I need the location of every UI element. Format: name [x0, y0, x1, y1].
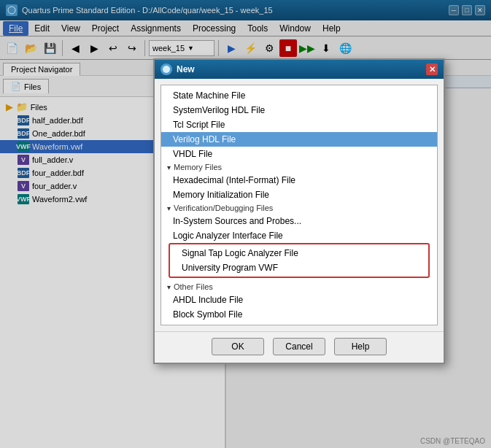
dialog-title: New — [177, 64, 426, 74]
section-other-arrow-icon: ▾ — [167, 283, 171, 291]
section-arrow-icon: ▾ — [167, 163, 171, 171]
list-item-signal-tap[interactable]: Signal Tap Logic Analyzer File — [170, 246, 428, 260]
list-item-ahdl[interactable]: AHDL Include File — [161, 293, 437, 307]
list-item-vhdl[interactable]: VHDL File — [161, 147, 437, 161]
dialog-list: State Machine File SystemVerilog HDL Fil… — [161, 85, 438, 325]
list-item-in-system[interactable]: In-System Sources and Probes... — [161, 214, 437, 228]
cancel-button[interactable]: Cancel — [273, 338, 325, 355]
ok-button[interactable]: OK — [212, 338, 264, 355]
list-item-verilog-hdl[interactable]: Verilog HDL File — [161, 132, 437, 147]
section-memory-files: ▾ Memory Files — [161, 161, 437, 173]
help-button[interactable]: Help — [334, 338, 387, 355]
dialog-title-bar: New ✕ — [155, 60, 444, 79]
dialog-buttons: OK Cancel Help — [155, 331, 444, 363]
list-item-university-vwf[interactable]: University Program VWF — [170, 260, 428, 275]
list-item-tcl[interactable]: Tcl Script File — [161, 117, 437, 132]
list-item-memory-init[interactable]: Memory Initialization File — [161, 188, 437, 202]
list-item-state-machine[interactable]: State Machine File — [161, 88, 437, 103]
section-other-files-label: Other Files — [174, 282, 213, 291]
section-verification: ▾ Verification/Debugging Files — [161, 202, 437, 214]
dialog-close-btn[interactable]: ✕ — [426, 63, 438, 75]
svg-point-1 — [163, 66, 170, 73]
dialog-body: State Machine File SystemVerilog HDL Fil… — [155, 79, 444, 331]
section-verification-label: Verification/Debugging Files — [174, 204, 273, 212]
list-item-hex-file[interactable]: Hexadecimal (Intel-Format) File — [161, 173, 437, 188]
list-item-block-symbol[interactable]: Block Symbol File — [161, 307, 437, 322]
new-dialog: New ✕ State Machine File SystemVerilog H… — [153, 58, 445, 364]
highlight-box: Signal Tap Logic Analyzer File Universit… — [169, 243, 430, 278]
dialog-icon — [161, 63, 172, 75]
section-memory-files-label: Memory Files — [174, 163, 222, 171]
list-item-systemverilog[interactable]: SystemVerilog HDL File — [161, 103, 437, 117]
list-item-logic-analyzer[interactable]: Logic Analyzer Interface File — [161, 228, 437, 243]
section-verification-arrow-icon: ▾ — [167, 204, 171, 212]
section-other-files: ▾ Other Files — [161, 281, 437, 293]
